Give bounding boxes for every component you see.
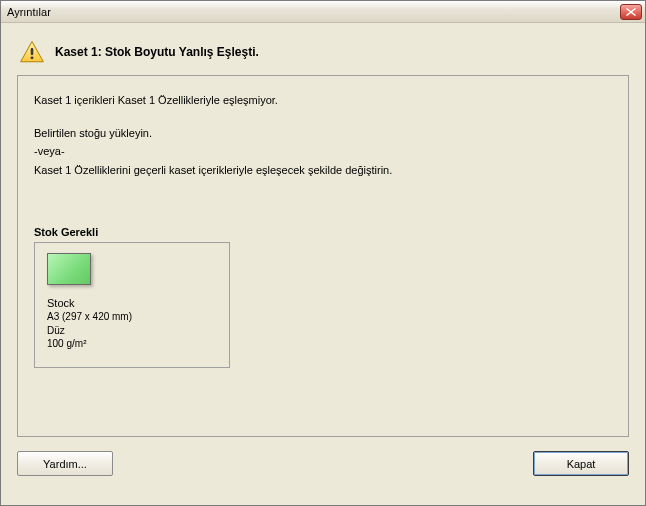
window-title: Ayrıntılar xyxy=(7,6,51,18)
message-block: Kaset 1 içerikleri Kaset 1 Özellikleriyl… xyxy=(34,92,612,178)
stock-required-section: Stok Gerekli Stock A3 (297 x 420 mm) Düz… xyxy=(34,226,612,368)
message-line-4: Kaset 1 Özelliklerini geçerli kaset içer… xyxy=(34,162,612,179)
svg-rect-0 xyxy=(31,48,34,55)
stock-weight: 100 g/m² xyxy=(47,337,217,351)
header-row: Kaset 1: Stok Boyutu Yanlış Eşleşti. xyxy=(17,35,629,75)
window-close-button[interactable] xyxy=(620,4,642,20)
close-button[interactable]: Kapat xyxy=(533,451,629,476)
stock-box: Stock A3 (297 x 420 mm) Düz 100 g/m² xyxy=(34,242,230,368)
content-area: Kaset 1: Stok Boyutu Yanlış Eşleşti. Kas… xyxy=(1,23,645,505)
close-icon xyxy=(626,8,636,16)
svg-point-1 xyxy=(31,56,34,59)
stock-type: Düz xyxy=(47,324,217,338)
help-button[interactable]: Yardım... xyxy=(17,451,113,476)
warning-icon xyxy=(19,39,45,65)
dialog-window: Ayrıntılar Kaset 1: Stok Boyutu xyxy=(0,0,646,506)
header-title: Kaset 1: Stok Boyutu Yanlış Eşleşti. xyxy=(55,45,259,59)
stock-name: Stock xyxy=(47,297,217,309)
main-panel: Kaset 1 içerikleri Kaset 1 Özellikleriyl… xyxy=(17,75,629,437)
titlebar: Ayrıntılar xyxy=(1,1,645,23)
stock-size: A3 (297 x 420 mm) xyxy=(47,310,217,324)
stock-color-swatch xyxy=(47,253,91,285)
stock-required-label: Stok Gerekli xyxy=(34,226,612,238)
message-line-2: Belirtilen stoğu yükleyin. xyxy=(34,125,612,142)
button-row: Yardım... Kapat xyxy=(17,437,629,476)
message-line-1: Kaset 1 içerikleri Kaset 1 Özellikleriyl… xyxy=(34,92,612,109)
message-line-3: -veya- xyxy=(34,143,612,160)
